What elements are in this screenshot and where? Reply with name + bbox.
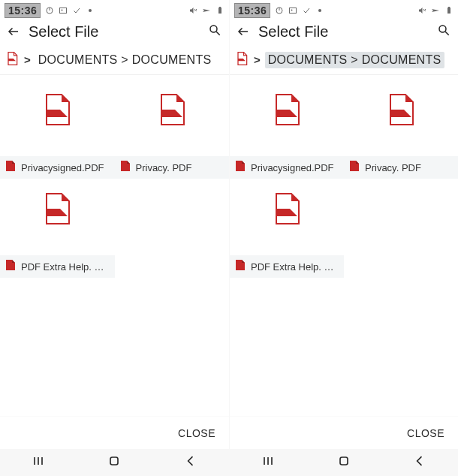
airplane-icon xyxy=(431,6,440,15)
nav-bar xyxy=(230,449,458,476)
screen-right: 15:36 Select File > DOCUMENTS > xyxy=(229,0,458,476)
file-caption: Privacysigned.PDF xyxy=(0,156,115,179)
svg-point-9 xyxy=(210,26,217,32)
file-caption: Privacysigned.PDF xyxy=(230,156,344,179)
appbar: Select File xyxy=(230,18,458,45)
back-button[interactable] xyxy=(5,23,23,41)
close-bar: CLOSE xyxy=(0,416,229,449)
back-button[interactable] xyxy=(234,23,252,41)
power-icon xyxy=(275,6,284,15)
nav-back-button[interactable] xyxy=(412,453,427,471)
file-tile[interactable]: Privacysigned.PDF xyxy=(0,80,115,179)
svg-rect-7 xyxy=(219,7,221,8)
svg-rect-6 xyxy=(218,8,221,14)
nav-home-button[interactable] xyxy=(107,453,122,471)
status-clock: 15:36 xyxy=(5,3,41,18)
pdf-root-icon xyxy=(234,51,249,69)
pdf-file-icon xyxy=(386,93,416,129)
file-grid: Privacysigned.PDF Privacy. PDF PDF E xyxy=(0,75,229,416)
file-name: Privacysigned.PDF xyxy=(21,162,104,173)
pdf-badge-icon xyxy=(5,160,17,175)
status-more-dot xyxy=(89,9,92,12)
file-grid: Privacysigned.PDF Privacy. PDF PDF E xyxy=(230,75,458,416)
search-button[interactable] xyxy=(437,23,450,40)
file-caption: Privacy. PDF xyxy=(115,156,230,179)
airplane-icon xyxy=(202,6,211,15)
breadcrumb[interactable]: > DOCUMENTS > DOCUMENTS xyxy=(230,45,458,75)
status-icons-left xyxy=(275,6,321,15)
pdf-file-icon xyxy=(272,192,302,228)
appbar: Select File xyxy=(0,18,229,45)
file-tile[interactable]: PDF Extra Help. PDF xyxy=(0,179,115,278)
picture-icon xyxy=(59,6,68,15)
file-tile[interactable]: PDF Extra Help. PDF xyxy=(230,179,344,278)
page-title: Select File xyxy=(29,23,98,41)
nav-recent-button[interactable] xyxy=(261,453,276,471)
file-name: PDF Extra Help. PDF xyxy=(251,261,339,273)
file-name: Privacysigned.PDF xyxy=(251,162,334,173)
svg-rect-22 xyxy=(448,7,450,8)
chevron-right-icon: > xyxy=(24,53,31,66)
svg-rect-21 xyxy=(447,8,450,14)
file-name: Privacy. PDF xyxy=(365,162,421,173)
breadcrumb[interactable]: > DOCUMENTS > DOCUMENTS xyxy=(0,45,229,75)
picture-icon xyxy=(288,6,297,15)
svg-rect-2 xyxy=(60,8,67,14)
pdf-badge-icon xyxy=(234,160,246,175)
pdf-badge-icon xyxy=(119,160,131,175)
file-caption: PDF Extra Help. PDF xyxy=(0,255,115,278)
pdf-file-icon xyxy=(42,93,72,129)
power-icon xyxy=(45,6,54,15)
file-tile[interactable]: Privacy. PDF xyxy=(115,80,230,179)
pdf-badge-icon xyxy=(5,259,17,274)
mute-icon xyxy=(417,6,426,15)
svg-point-18 xyxy=(291,10,293,11)
status-icons-left xyxy=(45,6,92,15)
search-button[interactable] xyxy=(208,23,221,40)
nav-back-button[interactable] xyxy=(183,453,198,471)
screen-left: 15:36 Select File > DOCUMENTS > xyxy=(0,0,229,476)
nav-home-button[interactable] xyxy=(336,453,351,471)
nav-bar xyxy=(0,449,229,476)
svg-point-3 xyxy=(62,10,63,11)
chevron-right-icon: > xyxy=(254,53,261,66)
svg-rect-29 xyxy=(340,457,348,465)
battery-icon xyxy=(215,6,224,15)
svg-line-10 xyxy=(216,32,220,35)
pdf-file-icon xyxy=(157,93,187,129)
svg-line-25 xyxy=(445,32,449,35)
pdf-file-icon xyxy=(272,93,302,129)
close-bar: CLOSE xyxy=(230,416,458,449)
file-caption: PDF Extra Help. PDF xyxy=(230,255,344,278)
breadcrumb-path: DOCUMENTS > DOCUMENTS xyxy=(265,52,444,68)
pdf-root-icon xyxy=(5,51,20,69)
close-button[interactable]: CLOSE xyxy=(407,427,444,439)
pdf-badge-icon xyxy=(348,160,360,175)
file-caption: Privacy. PDF xyxy=(344,156,458,179)
svg-rect-14 xyxy=(110,457,118,465)
file-name: Privacy. PDF xyxy=(136,162,192,173)
nav-recent-button[interactable] xyxy=(31,453,46,471)
file-name: PDF Extra Help. PDF xyxy=(21,261,110,273)
check-icon xyxy=(302,6,311,15)
svg-rect-17 xyxy=(290,8,297,14)
battery-icon xyxy=(444,6,453,15)
file-tile[interactable]: Privacysigned.PDF xyxy=(230,80,344,179)
mute-icon xyxy=(188,6,197,15)
status-clock: 15:36 xyxy=(234,3,270,18)
status-more-dot xyxy=(318,9,321,12)
breadcrumb-path: DOCUMENTS > DOCUMENTS xyxy=(35,52,215,68)
close-button[interactable]: CLOSE xyxy=(178,427,215,439)
svg-point-24 xyxy=(439,26,446,32)
file-tile[interactable]: Privacy. PDF xyxy=(344,80,458,179)
check-icon xyxy=(72,6,81,15)
page-title: Select File xyxy=(258,23,328,41)
pdf-file-icon xyxy=(42,192,72,228)
pdf-badge-icon xyxy=(234,259,246,274)
